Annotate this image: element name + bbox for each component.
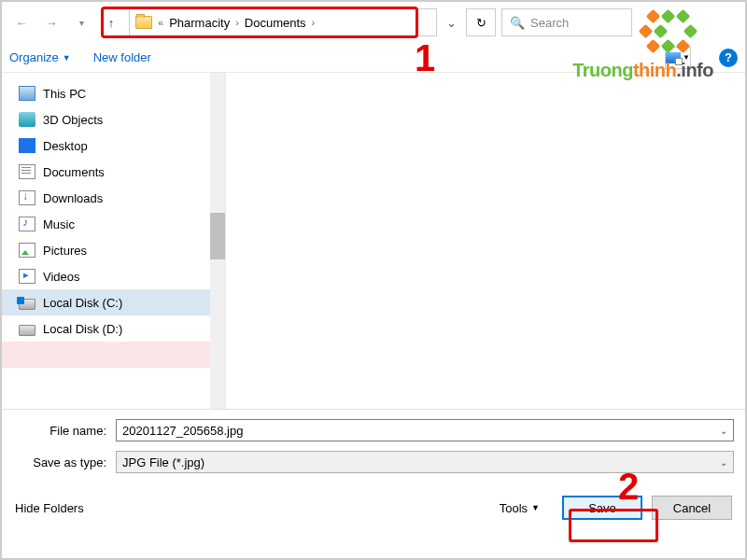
hide-folders-button[interactable]: Hide Folders bbox=[15, 501, 84, 515]
disk-icon bbox=[19, 325, 35, 336]
tools-menu[interactable]: Tools ▼ bbox=[500, 501, 540, 515]
toolbar: Organize ▼ New folder ▼ ? bbox=[2, 43, 745, 73]
sidebar-item-documents[interactable]: Documents bbox=[2, 159, 225, 185]
save-form: File name: 20201127_205658.jpg ⌄ Save as… bbox=[2, 409, 745, 473]
breadcrumb-2[interactable]: Documents bbox=[245, 16, 306, 30]
chevron-left-icon: « bbox=[158, 17, 163, 28]
picture-icon bbox=[666, 52, 681, 63]
disk-icon bbox=[19, 299, 35, 310]
chevron-right-icon: › bbox=[312, 17, 316, 28]
sidebar-item-label: This PC bbox=[43, 87, 86, 101]
filetype-label: Save as type: bbox=[13, 455, 116, 469]
sidebar-item-label: Desktop bbox=[43, 139, 88, 153]
sidebar-item-this-pc[interactable]: This PC bbox=[2, 80, 225, 106]
sidebar-item-3d-objects[interactable]: 3D Objects bbox=[2, 106, 225, 133]
sidebar-item-label: Pictures bbox=[43, 244, 87, 258]
search-icon: 🔍 bbox=[510, 16, 525, 30]
organize-menu[interactable]: Organize ▼ bbox=[9, 50, 71, 64]
tools-label: Tools bbox=[500, 501, 528, 515]
sidebar-item-downloads[interactable]: Downloads bbox=[2, 185, 225, 211]
filetype-select[interactable]: JPG File (*.jpg) ⌄ bbox=[116, 451, 734, 473]
filename-input[interactable]: 20201127_205658.jpg ⌄ bbox=[116, 419, 734, 441]
file-list-area[interactable] bbox=[226, 73, 745, 409]
desktop-icon bbox=[19, 138, 35, 153]
sidebar-item-desktop[interactable]: Desktop bbox=[2, 133, 225, 159]
recent-button[interactable]: ▾ bbox=[69, 10, 93, 35]
view-options-button[interactable]: ▼ bbox=[665, 47, 691, 69]
sidebar-item-local-disk-d[interactable]: Local Disk (D:) bbox=[2, 315, 225, 342]
address-dropdown[interactable]: ⌄ bbox=[446, 16, 457, 30]
sidebar-item-label: Documents bbox=[43, 165, 105, 179]
organize-label: Organize bbox=[9, 50, 59, 64]
dialog-footer: Hide Folders Tools ▼ Save Cancel bbox=[2, 483, 745, 533]
chevron-down-icon[interactable]: ⌄ bbox=[720, 426, 727, 436]
sidebar-item-local-disk-c[interactable]: Local Disk (C:) bbox=[2, 289, 225, 315]
sidebar-item-pictures[interactable]: Pictures bbox=[2, 237, 225, 263]
new-folder-button[interactable]: New folder bbox=[93, 50, 151, 64]
sidebar-item-label: Videos bbox=[43, 270, 80, 284]
documents-icon bbox=[19, 164, 35, 179]
sidebar-item-videos[interactable]: Videos bbox=[2, 263, 225, 289]
3d-objects-icon bbox=[19, 112, 35, 127]
back-button[interactable]: ← bbox=[9, 10, 34, 35]
sidebar-scrollbar-thumb[interactable] bbox=[210, 213, 225, 259]
sidebar: ⌃ This PC 3D Objects Desktop Documents D… bbox=[2, 73, 226, 409]
chevron-down-icon: ▼ bbox=[63, 53, 71, 63]
folder-icon bbox=[135, 16, 152, 29]
sidebar-item-label: Local Disk (D:) bbox=[43, 322, 122, 336]
music-icon bbox=[19, 217, 35, 231]
refresh-button[interactable]: ↻ bbox=[466, 8, 496, 36]
forward-button[interactable]: → bbox=[39, 10, 63, 35]
filetype-value: JPG File (*.jpg) bbox=[122, 455, 204, 469]
chevron-down-icon: ▼ bbox=[683, 53, 690, 62]
sidebar-item-label: Local Disk (C:) bbox=[43, 296, 122, 310]
pictures-icon bbox=[19, 243, 35, 258]
sidebar-item-label: 3D Objects bbox=[43, 113, 103, 127]
blank-icon bbox=[19, 347, 35, 362]
search-input[interactable]: 🔍 Search bbox=[501, 8, 632, 36]
filename-label: File name: bbox=[13, 424, 116, 438]
chevron-down-icon: ▼ bbox=[531, 503, 540, 512]
videos-icon bbox=[19, 269, 35, 284]
sidebar-item-label: Music bbox=[43, 217, 75, 231]
chevron-down-icon[interactable]: ⌄ bbox=[720, 457, 727, 468]
search-placeholder: Search bbox=[530, 16, 569, 30]
chevron-right-icon: › bbox=[235, 17, 239, 28]
save-button[interactable]: Save bbox=[562, 496, 642, 520]
sidebar-item-label: Downloads bbox=[43, 191, 103, 205]
filename-value: 20201127_205658.jpg bbox=[122, 424, 243, 438]
help-button[interactable]: ? bbox=[719, 49, 738, 67]
sidebar-item-music[interactable]: Music bbox=[2, 211, 225, 237]
breadcrumb-1[interactable]: Pharmacity bbox=[169, 16, 230, 30]
pc-icon bbox=[19, 86, 35, 101]
address-bar[interactable]: « Pharmacity › Documents › bbox=[129, 8, 437, 36]
up-button[interactable]: ↑ bbox=[99, 10, 123, 35]
nav-bar: ← → ▾ ↑ « Pharmacity › Documents › ⌄ ↻ 🔍… bbox=[2, 2, 745, 43]
downloads-icon bbox=[19, 190, 35, 205]
cancel-button[interactable]: Cancel bbox=[652, 496, 732, 520]
sidebar-item-redacted[interactable] bbox=[2, 342, 225, 368]
main-area: ⌃ This PC 3D Objects Desktop Documents D… bbox=[2, 73, 745, 409]
